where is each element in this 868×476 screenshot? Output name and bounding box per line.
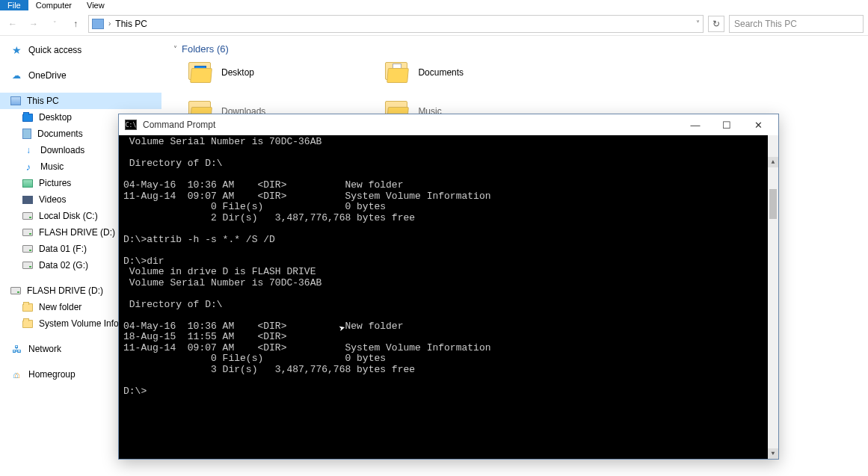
folder-icon (385, 62, 409, 83)
command-prompt-window[interactable]: C:\ Command Prompt — ☐ ✕ Volume Serial N… (118, 114, 779, 460)
sidebar-this-pc[interactable]: This PC (0, 93, 161, 109)
nav-up-button[interactable]: ↑ (67, 16, 84, 32)
maximize-button[interactable]: ☐ (711, 115, 742, 135)
folder-icon (188, 62, 212, 83)
folder-documents[interactable]: Documents (385, 62, 464, 83)
cmd-text: Volume Serial Number is 70DC-36AB Direct… (123, 136, 490, 397)
scroll-up-button[interactable]: ▲ (768, 157, 778, 167)
chevron-down-icon: ˅ (173, 45, 177, 53)
this-pc-icon (92, 19, 104, 29)
addr-dropdown-icon[interactable]: ˅ (696, 19, 700, 28)
drive-icon (22, 229, 33, 236)
menu-file[interactable]: File (0, 0, 28, 10)
folder-icon (22, 303, 33, 312)
drive-icon (22, 262, 33, 269)
cmd-scrollbar[interactable]: ▲ ▼ (768, 135, 778, 459)
menu-bar: File Computer View (0, 0, 868, 12)
sidebar-quick-access[interactable]: ★Quick access (0, 42, 161, 58)
cmd-titlebar[interactable]: C:\ Command Prompt — ☐ ✕ (119, 114, 778, 135)
drive-icon (22, 212, 33, 220)
breadcrumb-location[interactable]: This PC (115, 19, 147, 29)
star-icon: ★ (10, 44, 22, 56)
folder-icon (22, 114, 33, 122)
menu-view[interactable]: View (79, 0, 112, 10)
scroll-track[interactable] (768, 189, 778, 459)
download-icon: ↓ (22, 144, 34, 156)
cmd-icon: C:\ (125, 120, 137, 130)
cloud-icon: ☁ (10, 69, 22, 81)
address-input[interactable]: › This PC ˅ (88, 15, 704, 33)
nav-recent-dropdown[interactable]: ˅ (46, 16, 63, 32)
minimize-button[interactable]: — (680, 115, 711, 135)
scroll-down-button[interactable]: ▼ (768, 448, 778, 459)
drive-icon (22, 245, 33, 253)
menu-computer[interactable]: Computer (28, 0, 79, 10)
search-placeholder: Search This PC (734, 19, 797, 29)
sidebar-onedrive[interactable]: ☁OneDrive (0, 67, 161, 84)
drive-icon (10, 287, 21, 294)
videos-icon (22, 196, 33, 204)
pc-icon (10, 96, 21, 105)
folder-icon (22, 320, 33, 328)
scroll-thumb[interactable] (769, 189, 777, 219)
cmd-output[interactable]: Volume Serial Number is 70DC-36AB Direct… (119, 135, 778, 459)
address-bar: ← → ˅ ↑ › This PC ˅ ↻ Search This PC (0, 12, 868, 36)
document-icon (22, 129, 31, 139)
close-button[interactable]: ✕ (742, 115, 774, 135)
folder-desktop[interactable]: Desktop (188, 62, 265, 83)
breadcrumb-sep-icon: › (108, 19, 111, 28)
cmd-title-text: Command Prompt (143, 120, 215, 130)
pictures-icon (22, 179, 33, 188)
homegroup-icon: ⌂⌂ (10, 368, 22, 380)
refresh-button[interactable]: ↻ (708, 16, 724, 32)
nav-forward-button[interactable]: → (25, 16, 42, 32)
music-icon: ♪ (22, 161, 34, 173)
nav-back-button[interactable]: ← (4, 16, 21, 32)
search-input[interactable]: Search This PC (729, 15, 864, 33)
folders-section-header[interactable]: ˅ Folders (6) (173, 43, 856, 55)
network-icon: 🖧 (10, 343, 22, 355)
